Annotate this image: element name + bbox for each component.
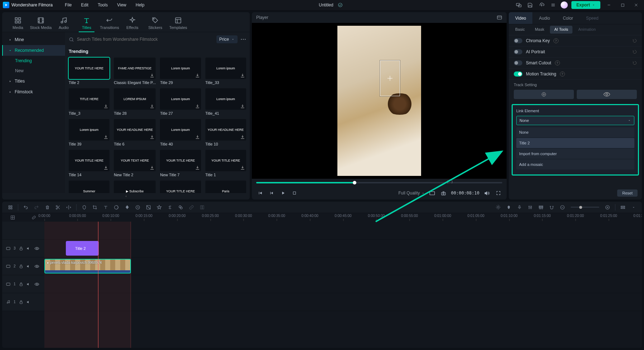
reset-section-icon[interactable] xyxy=(633,39,637,43)
prev-frame-button[interactable] xyxy=(256,189,264,197)
snap-icon[interactable] xyxy=(547,203,556,212)
title-card[interactable]: YOUR TITLE HERETitle 1 xyxy=(205,150,246,177)
sidebar-item-mine[interactable]: Mine xyxy=(2,34,65,45)
mixer-icon[interactable] xyxy=(526,203,535,212)
step-back-button[interactable] xyxy=(268,189,275,197)
track-eye-icon[interactable] xyxy=(34,264,39,269)
track-lock-icon[interactable] xyxy=(19,246,24,251)
color-match-icon[interactable] xyxy=(112,203,121,212)
track-mute-icon[interactable] xyxy=(26,300,31,305)
zoom-slider[interactable] xyxy=(571,207,599,208)
title-card[interactable]: YOUR TITLE HERE xyxy=(160,181,201,193)
chroma-key-toggle[interactable] xyxy=(514,38,522,43)
link-option[interactable]: Title 2 xyxy=(516,138,634,148)
track-body[interactable]: ▸ pexels-vlada-karpovich-9968974 xyxy=(44,257,642,275)
sort-dropdown[interactable]: Price xyxy=(216,35,238,43)
voiceover-icon[interactable] xyxy=(515,203,524,212)
crop-icon[interactable] xyxy=(90,203,99,212)
export-button[interactable]: Export xyxy=(571,1,600,9)
ripple-icon[interactable] xyxy=(64,203,73,212)
library-tab-titles[interactable]: Titles xyxy=(75,17,98,32)
reset-button[interactable]: Reset xyxy=(617,189,638,197)
user-avatar[interactable] xyxy=(561,1,568,9)
menu-help[interactable]: Help xyxy=(132,3,148,8)
fullscreen-icon[interactable] xyxy=(494,189,502,197)
title-card[interactable]: Lorem IpsumTitle 29 xyxy=(160,58,201,85)
zoom-out-icon[interactable] xyxy=(558,203,567,212)
track-lock-icon[interactable] xyxy=(19,282,24,287)
help-icon[interactable]: ? xyxy=(555,60,560,65)
inspector-tab-color[interactable]: Color xyxy=(556,12,580,24)
more-icon[interactable] xyxy=(240,39,246,40)
redo-icon[interactable] xyxy=(32,203,41,212)
track-body[interactable] xyxy=(44,275,642,293)
link-option[interactable]: Import from computer xyxy=(516,149,634,159)
title-card[interactable]: Paris xyxy=(205,181,246,193)
zoom-in-icon[interactable] xyxy=(603,203,612,212)
title-card[interactable]: Lorem ipsumTitle 39 xyxy=(69,119,109,146)
ruler-grid-icon[interactable] xyxy=(10,215,15,220)
volume-icon[interactable] xyxy=(483,189,491,197)
sidebar-item-filmstock[interactable]: Filmstock xyxy=(2,87,65,97)
reset-section-icon[interactable] xyxy=(633,50,637,54)
inspector-subtab-basic[interactable]: Basic xyxy=(511,26,529,34)
title-card[interactable]: LOREM IPSUMTitle 28 xyxy=(114,88,156,115)
library-tab-stickers[interactable]: Stickers xyxy=(144,17,167,32)
delete-icon[interactable] xyxy=(43,203,52,212)
sidebar-item-new[interactable]: New xyxy=(2,66,65,76)
pointer-tool-icon[interactable] xyxy=(6,203,15,212)
snapshot-icon[interactable] xyxy=(440,189,448,197)
add-track-icon[interactable] xyxy=(536,203,546,212)
detach-tool-icon[interactable] xyxy=(197,203,207,212)
menu-view[interactable]: View xyxy=(113,3,130,8)
title-card[interactable]: YOUR TEXT HERENew Title 2 xyxy=(114,150,156,177)
track-body[interactable]: Title 2 xyxy=(44,240,642,257)
text-tool-icon[interactable] xyxy=(101,203,110,212)
fit-timeline-icon[interactable] xyxy=(618,203,628,212)
cloud-upload-icon[interactable] xyxy=(538,1,546,9)
inspector-tab-video[interactable]: Video xyxy=(509,12,532,24)
menu-edit[interactable]: Edit xyxy=(78,3,92,8)
motion-tracking-toggle[interactable] xyxy=(514,72,522,77)
title-card[interactable]: Lorem IpsumTitle 27 xyxy=(160,88,201,115)
track-lock-icon[interactable] xyxy=(19,264,24,269)
title-card[interactable]: TITLE HERETitle_3 xyxy=(69,88,109,115)
title-card[interactable]: YOUR TITLE HERENew Title 7 xyxy=(160,150,201,177)
menu-icon[interactable] xyxy=(549,1,557,9)
aspect-ratio-icon[interactable] xyxy=(428,189,436,197)
timeline-tracks[interactable]: 3Title 22▸ pexels-vlada-karpovich-996897… xyxy=(2,222,642,348)
timeline-settings-icon[interactable] xyxy=(629,203,638,212)
minimize-button[interactable] xyxy=(604,1,614,9)
sidebar-item-titles[interactable]: Titles xyxy=(2,76,65,87)
track-mute-icon[interactable] xyxy=(26,264,31,269)
reset-section-icon[interactable] xyxy=(633,61,637,65)
motion-tracker-box[interactable] xyxy=(380,60,400,96)
title-clip[interactable]: Title 2 xyxy=(66,241,99,256)
track-body[interactable] xyxy=(44,222,642,239)
title-card[interactable]: YOUR HEADLINE HERETitle 10 xyxy=(205,119,246,146)
close-button[interactable] xyxy=(631,1,641,9)
collapse-sidebar-icon[interactable] xyxy=(124,194,128,198)
menu-tools[interactable]: Tools xyxy=(94,3,111,8)
title-card[interactable]: YOUR HEADLINE HERETitle 6 xyxy=(114,119,156,146)
marker-icon[interactable] xyxy=(79,203,89,212)
ai-portrait-toggle[interactable] xyxy=(514,49,522,54)
align-tool-icon[interactable] xyxy=(165,203,175,212)
title-card[interactable]: ▶ Subscribe xyxy=(114,181,156,193)
sidebar-item-trending[interactable]: Trending xyxy=(2,56,65,66)
save-icon[interactable] xyxy=(526,1,534,9)
play-button[interactable] xyxy=(279,189,287,197)
render-preview-icon[interactable] xyxy=(493,203,503,212)
mask-tool-icon[interactable] xyxy=(144,203,153,212)
library-tab-stock-media[interactable]: Stock Media xyxy=(29,17,52,32)
player-canvas[interactable] xyxy=(252,23,507,179)
maximize-button[interactable] xyxy=(618,1,628,9)
library-tab-audio[interactable]: Audio xyxy=(52,17,75,32)
help-icon[interactable]: ? xyxy=(553,38,558,43)
title-card[interactable]: YOUR TITLE HERETitle 2 xyxy=(69,58,109,85)
stop-button[interactable] xyxy=(291,189,298,197)
link-tool-icon[interactable] xyxy=(187,203,196,212)
smart-cutout-toggle[interactable] xyxy=(514,60,522,65)
split-icon[interactable] xyxy=(53,203,63,212)
ruler-link-icon[interactable] xyxy=(31,215,36,220)
